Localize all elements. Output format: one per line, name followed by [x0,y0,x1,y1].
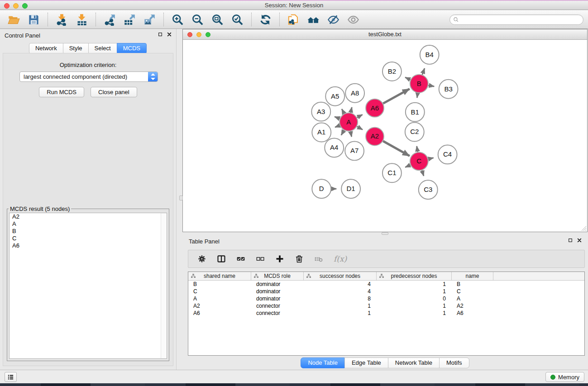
float-panel-icon[interactable] [158,32,163,37]
horizontal-splitter-handle[interactable] [382,232,388,235]
table-cell[interactable]: 1 [377,288,452,295]
refresh-button[interactable] [259,14,272,26]
close-window-button[interactable] [4,3,10,9]
graph-edge[interactable] [405,165,410,167]
column-header-MCDS-role[interactable]: MCDS role [251,272,304,280]
column-header-predecessor-nodes[interactable]: predecessor nodes [377,272,452,280]
graph-node-C[interactable]: C [410,152,428,170]
graph-edge[interactable] [428,158,433,159]
export-table-button[interactable] [124,14,136,26]
add-button[interactable] [275,254,284,263]
graph-node-C3[interactable]: C3 [419,180,438,199]
close-panel-icon[interactable] [167,32,172,37]
graph-edge[interactable] [417,146,418,152]
graph-edge[interactable] [428,86,434,86]
network-graph[interactable]: B4 B2 B B3 A5 A8 A6 B1 A3 A C2 A1 A2 [183,40,587,232]
graph-node-A[interactable]: A [339,113,358,131]
table-cell[interactable]: B [188,281,251,288]
table-cell[interactable]: dominator [251,295,304,302]
mcds-result-item[interactable]: A2 [10,213,167,220]
table-cell[interactable]: C [188,288,251,295]
deselect-all-button[interactable] [256,254,265,263]
graph-edge[interactable] [342,109,344,114]
settings-button[interactable] [197,254,206,263]
tab-network-table[interactable]: Network Table [388,357,440,368]
graph-node-B2[interactable]: B2 [382,62,402,81]
table-cell[interactable]: dominator [251,281,304,288]
run-mcds-button[interactable]: Run MCDS [39,87,84,97]
table-cell[interactable]: 1 [304,310,377,317]
mcds-result-item[interactable]: C [10,235,167,242]
table-cell[interactable]: 1 [377,310,452,317]
zoom-in-button[interactable] [172,14,184,26]
show-all-button[interactable] [347,14,359,26]
import-table-button[interactable] [76,14,88,26]
graph-edge[interactable] [422,68,425,75]
graph-edge[interactable] [405,77,411,80]
home-networks-button[interactable] [307,14,320,26]
graph-node-D[interactable]: D [312,179,331,198]
graph-node-B1[interactable]: B1 [406,103,425,122]
column-header-successor-nodes[interactable]: successor nodes [304,272,377,280]
network-minimize-button[interactable] [196,32,201,37]
delete-button[interactable] [295,254,304,263]
graph-node-B[interactable]: B [410,75,428,93]
table-row[interactable]: Adominator80A [188,295,584,302]
table-cell[interactable]: 4 [304,288,377,295]
export-image-button[interactable] [143,14,156,26]
graph-edge[interactable] [422,170,424,176]
table-cell[interactable]: 4 [304,281,377,288]
graph-node-A7[interactable]: A7 [345,141,364,160]
graph-node-A8[interactable]: A8 [345,84,364,103]
network-zoom-button[interactable] [206,32,210,37]
network-canvas[interactable]: B4 B2 B B3 A5 A8 A6 B1 A3 A C2 A1 A2 [183,40,587,232]
table-cell[interactable]: 1 [377,302,452,310]
graph-edge[interactable] [351,107,352,113]
column-header-shared-name[interactable]: shared name [188,272,251,280]
table-row[interactable]: A6connector11A6 [188,310,584,317]
graph-node-A2[interactable]: A2 [366,128,384,146]
table-cell[interactable]: 1 [304,302,377,310]
select-all-button[interactable] [236,254,245,263]
graph-node-C1[interactable]: C1 [382,163,402,182]
clone-network-button[interactable] [287,14,300,26]
table-cell[interactable]: connector [251,310,304,317]
zoom-window-button[interactable] [22,3,28,9]
graph-node-B3[interactable]: B3 [439,80,458,99]
network-window-titlebar[interactable]: testGlobe.txt [183,29,587,40]
graph-edge[interactable] [383,89,409,103]
graph-node-B4[interactable]: B4 [420,45,439,64]
mcds-result-item[interactable]: A [10,220,167,228]
table-row[interactable]: Bdominator41B [188,281,584,288]
hide-selected-button[interactable] [327,14,339,26]
table-cell[interactable]: A [452,295,493,302]
table-cell[interactable]: A6 [188,310,251,317]
graph-edge[interactable] [383,141,410,156]
graph-node-A6[interactable]: A6 [366,99,384,117]
table-cell[interactable]: dominator [251,288,304,295]
task-history-button[interactable] [5,372,17,382]
graph-node-A5[interactable]: A5 [325,87,344,106]
graph-node-A3[interactable]: A3 [311,102,330,121]
table-cell[interactable]: C [452,288,493,295]
save-session-button[interactable] [28,14,40,26]
export-network-button[interactable] [104,14,116,26]
memory-button[interactable]: Memory [545,372,584,382]
resize-grip-icon[interactable] [581,226,587,231]
tab-mcds[interactable]: MCDS [117,43,147,54]
table-row[interactable]: Cdominator41C [188,288,584,295]
table-cell[interactable]: connector [251,302,304,310]
search-box[interactable] [449,14,583,25]
table-cell[interactable]: A2 [452,302,493,310]
open-session-button[interactable] [8,14,20,26]
criterion-dropdown[interactable]: largest connected component (directed) [19,71,158,82]
graph-node-A1[interactable]: A1 [312,123,331,142]
minimize-window-button[interactable] [13,3,19,9]
split-columns-button[interactable] [217,254,226,263]
mcds-result-item[interactable]: B [10,228,167,235]
mcds-result-item[interactable]: A6 [10,242,167,249]
table-row[interactable]: A2connector11A2 [188,302,584,310]
graph-edge[interactable] [357,114,363,117]
table-cell[interactable]: A6 [452,310,493,317]
mcds-result-list[interactable]: A2ABCA6 [9,213,167,359]
